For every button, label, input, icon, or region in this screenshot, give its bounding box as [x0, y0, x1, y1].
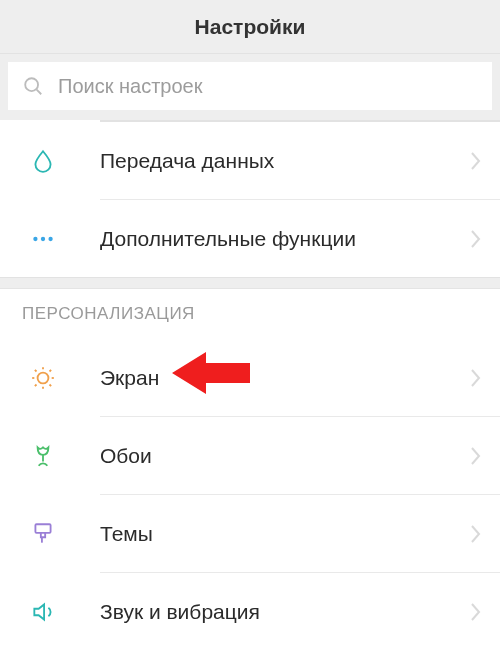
svg-point-2	[33, 236, 37, 240]
svg-point-0	[25, 78, 38, 91]
row-wallpaper[interactable]: Обои	[0, 417, 500, 494]
brush-icon	[0, 521, 100, 547]
svg-line-11	[50, 384, 52, 386]
svg-line-1	[37, 90, 42, 95]
tulip-icon	[0, 443, 100, 469]
search-field[interactable]	[8, 62, 492, 110]
speaker-icon	[0, 599, 100, 625]
row-label: Экран	[100, 366, 470, 390]
svg-line-10	[35, 369, 37, 371]
section-header-personalization: ПЕРСОНАЛИЗАЦИЯ	[0, 289, 500, 339]
row-label: Дополнительные функции	[100, 227, 470, 251]
chevron-right-icon	[470, 602, 482, 622]
chevron-right-icon	[470, 151, 482, 171]
svg-point-4	[48, 236, 52, 240]
row-data-transfer[interactable]: Передача данных	[0, 122, 500, 199]
row-more[interactable]: Дополнительные функции	[0, 200, 500, 277]
search-icon	[22, 75, 44, 97]
drop-icon	[0, 148, 100, 174]
chevron-right-icon	[470, 446, 482, 466]
row-sound[interactable]: Звук и вибрация	[0, 573, 500, 650]
sun-icon	[0, 365, 100, 391]
search-input[interactable]	[58, 75, 478, 98]
svg-rect-14	[35, 524, 50, 533]
row-label: Обои	[100, 444, 470, 468]
chevron-right-icon	[470, 368, 482, 388]
search-wrap	[0, 54, 500, 120]
svg-line-13	[50, 369, 52, 371]
row-display[interactable]: Экран	[0, 339, 500, 416]
chevron-right-icon	[470, 229, 482, 249]
row-label: Звук и вибрация	[100, 600, 470, 624]
svg-line-12	[35, 384, 37, 386]
row-themes[interactable]: Темы	[0, 495, 500, 572]
chevron-right-icon	[470, 524, 482, 544]
row-label: Передача данных	[100, 149, 470, 173]
svg-point-3	[41, 236, 45, 240]
svg-point-5	[38, 372, 49, 383]
page-title: Настройки	[0, 0, 500, 54]
row-label: Темы	[100, 522, 470, 546]
dots-icon	[0, 226, 100, 252]
section-gap	[0, 277, 500, 289]
